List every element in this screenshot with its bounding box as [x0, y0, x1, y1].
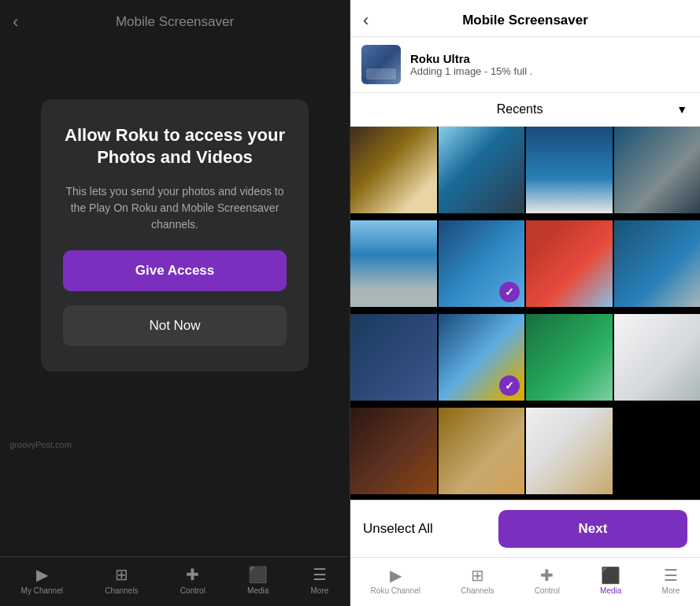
photo-cell-15[interactable]: [526, 408, 613, 494]
control-icon-right: ✚: [540, 566, 554, 585]
permission-card: Allow Roku to access your Photos and Vid…: [41, 99, 309, 371]
photo-cell-8[interactable]: [614, 220, 701, 307]
photo-cell-9[interactable]: [350, 314, 437, 401]
left-nav-label-more: More: [311, 586, 329, 595]
photo-grid: ✓ ✓: [350, 127, 700, 500]
left-nav-label-media: Media: [247, 586, 269, 595]
right-bottom-bar: ▶ Roku Channel ⊞ Channels ✚ Control ⬛ Me…: [350, 557, 700, 606]
left-bottom-bar: ▶ My Channel ⊞ Channels ✚ Control ⬛ Medi…: [0, 556, 350, 606]
photo-cell-14[interactable]: [439, 408, 525, 494]
right-panel: ‹ Mobile Screensaver Roku Ultra Adding 1…: [350, 0, 700, 606]
photo-cell-1[interactable]: [350, 127, 437, 213]
media-icon-right: ⬛: [601, 566, 620, 585]
left-nav-channels[interactable]: ⊞ Channels: [105, 565, 138, 595]
left-nav-mychannel[interactable]: ▶ My Channel: [21, 565, 63, 595]
photo-cell-3[interactable]: [526, 127, 613, 213]
left-nav-control[interactable]: ✚ Control: [180, 565, 206, 595]
recents-bar[interactable]: Recents ▼: [350, 93, 700, 127]
photo-cell-4[interactable]: [614, 127, 701, 213]
checkmark-10: ✓: [499, 375, 520, 396]
permission-description: This lets you send your photos and video…: [63, 183, 287, 233]
more-icon-right: ☰: [664, 566, 678, 585]
device-name: Roku Ultra: [410, 52, 532, 65]
left-nav-label-control: Control: [180, 586, 206, 595]
right-nav-label-control: Control: [535, 586, 560, 595]
right-nav-label-media: Media: [600, 586, 621, 595]
photo-cell-12[interactable]: [614, 314, 701, 401]
photo-cell-6[interactable]: ✓: [439, 220, 525, 307]
watermark: groovyPost.com: [9, 440, 72, 449]
right-back-button[interactable]: ‹: [363, 10, 369, 31]
right-nav-label-rokuchannel: Roku Channel: [371, 586, 420, 595]
not-now-button[interactable]: Not Now: [63, 305, 287, 346]
right-nav-media[interactable]: ⬛ Media: [600, 566, 621, 595]
right-nav-control[interactable]: ✚ Control: [535, 566, 560, 595]
photo-cell-13[interactable]: [350, 408, 437, 494]
right-nav-rokuchannel[interactable]: ▶ Roku Channel: [371, 566, 420, 595]
right-nav-more[interactable]: ☰ More: [662, 566, 680, 595]
bottom-actions: Unselect All Next: [350, 500, 700, 557]
photo-cell-10[interactable]: ✓: [439, 314, 525, 401]
left-back-button[interactable]: ‹: [13, 12, 18, 32]
device-status: Adding 1 image - 15% full .: [410, 65, 532, 77]
control-icon: ✚: [186, 565, 199, 584]
left-nav-label-mychannel: My Channel: [21, 586, 63, 595]
photo-cell-2[interactable]: [439, 127, 525, 213]
next-button[interactable]: Next: [498, 510, 687, 548]
right-nav-label-channels: Channels: [461, 586, 494, 595]
device-info: Roku Ultra Adding 1 image - 15% full .: [410, 52, 532, 77]
device-banner: Roku Ultra Adding 1 image - 15% full .: [350, 37, 700, 93]
give-access-button[interactable]: Give Access: [63, 250, 287, 291]
right-header: ‹ Mobile Screensaver: [350, 0, 700, 37]
photo-cell-11[interactable]: [526, 314, 613, 401]
recents-label: Recents: [363, 102, 676, 116]
photo-cell-5[interactable]: [350, 220, 437, 307]
roku-channel-icon: ▶: [390, 566, 402, 585]
permission-title: Allow Roku to access your Photos and Vid…: [63, 124, 287, 169]
left-nav-more[interactable]: ☰ More: [311, 565, 329, 595]
left-title: Mobile Screensaver: [116, 14, 234, 30]
grid-icon: ⊞: [115, 565, 128, 584]
media-icon: ⬛: [248, 565, 268, 584]
play-icon: ▶: [36, 565, 48, 584]
left-nav-label-channels: Channels: [105, 586, 138, 595]
more-icon: ☰: [313, 565, 327, 584]
device-thumbnail: [361, 45, 401, 84]
right-nav-channels[interactable]: ⊞ Channels: [461, 566, 494, 595]
photo-cell-7[interactable]: [526, 220, 613, 307]
left-header: ‹ Mobile Screensaver: [0, 0, 350, 38]
dropdown-arrow-icon: ▼: [676, 103, 687, 116]
checkmark-6: ✓: [499, 282, 520, 302]
unselect-all-button[interactable]: Unselect All: [363, 521, 489, 537]
right-nav-label-more: More: [662, 586, 680, 595]
right-title: Mobile Screensaver: [462, 13, 588, 28]
left-nav-media[interactable]: ⬛ Media: [247, 565, 269, 595]
left-panel: ‹ Mobile Screensaver Allow Roku to acces…: [0, 0, 350, 606]
channels-icon: ⊞: [471, 566, 484, 585]
